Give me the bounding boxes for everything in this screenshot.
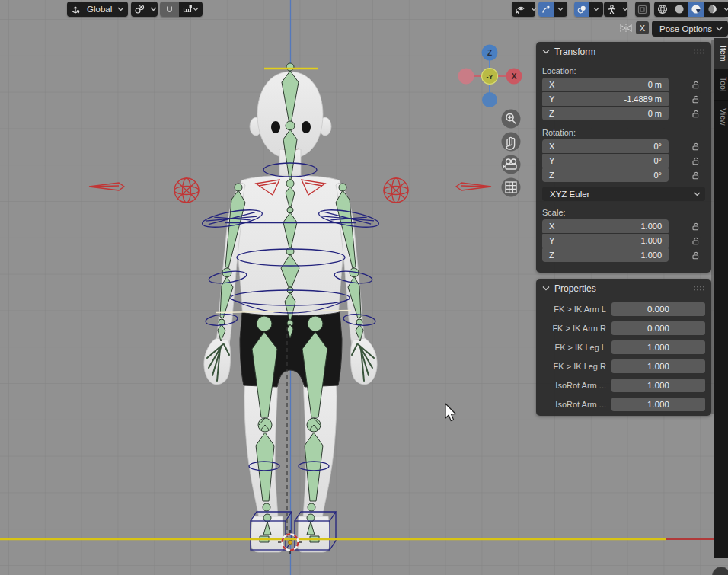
panel-grip-icon[interactable] xyxy=(693,285,705,292)
overlays-group xyxy=(574,2,603,17)
sidebar-tab-tool[interactable]: Tool xyxy=(714,69,728,100)
overlays-dropdown[interactable] xyxy=(589,2,603,17)
snap-target-dropdown[interactable] xyxy=(179,2,203,17)
property-row: FK > IK Leg L 1.000 xyxy=(542,340,705,354)
shading-solid-button[interactable] xyxy=(671,2,688,17)
property-value-slider[interactable]: 1.000 xyxy=(611,359,705,373)
gizmo-neg-y-label: -Y xyxy=(487,73,493,81)
axis-value: 0 m xyxy=(648,80,662,89)
axis-value: 1.000 xyxy=(640,222,662,231)
panel-collapse-icon xyxy=(542,286,550,291)
shading-dropdown[interactable] xyxy=(720,2,728,17)
scale-z-field[interactable]: Z 1.000 xyxy=(542,248,669,262)
rotation-x-lock[interactable] xyxy=(691,142,701,152)
property-row: FK > IK Leg R 1.000 xyxy=(542,359,705,373)
location-y-field[interactable]: Y -1.4889 m xyxy=(542,92,669,106)
chevron-down-icon xyxy=(557,7,564,11)
open-lock-icon xyxy=(691,94,701,104)
show-overlays-toggle[interactable] xyxy=(574,2,589,17)
property-label: FK > IK Leg L xyxy=(542,343,611,352)
property-value-slider[interactable]: 0.000 xyxy=(611,321,705,335)
xray-toggle[interactable] xyxy=(604,2,620,17)
open-lock-icon xyxy=(691,222,701,232)
property-value-slider[interactable]: 1.000 xyxy=(611,398,705,411)
location-z-lock[interactable] xyxy=(691,109,701,119)
property-value-slider[interactable]: 1.000 xyxy=(611,379,705,392)
scale-x-field[interactable]: X 1.000 xyxy=(542,219,669,233)
snap-group xyxy=(160,2,203,17)
shading-wireframe-button[interactable] xyxy=(654,2,671,17)
transform-orientation-dropdown[interactable]: Global xyxy=(67,2,128,17)
property-label: IsoRot Arm ... xyxy=(542,400,611,409)
shading-rendered-icon xyxy=(707,4,717,14)
scale-label: Scale: xyxy=(542,208,711,217)
open-lock-icon xyxy=(691,80,701,90)
location-y-lock[interactable] xyxy=(691,94,701,104)
panel-collapse-icon xyxy=(542,49,550,54)
pan-button[interactable] xyxy=(502,133,521,152)
location-label: Location: xyxy=(542,66,711,75)
rotation-z-field[interactable]: Z 0° xyxy=(542,168,669,182)
gizmos-dropdown[interactable] xyxy=(554,2,567,17)
property-value-slider[interactable]: 0.000 xyxy=(611,302,705,316)
rotation-z-lock[interactable] xyxy=(691,171,701,180)
pose-options-dropdown[interactable]: Pose Options xyxy=(652,21,728,37)
gizmos-icon xyxy=(541,5,551,14)
panel-grip-icon[interactable] xyxy=(693,48,705,55)
mirror-x-toggle[interactable] xyxy=(618,21,634,35)
camera-view-button[interactable] xyxy=(502,155,521,174)
location-x-lock[interactable] xyxy=(691,80,701,90)
mirror-x-axis-button[interactable]: X xyxy=(636,21,649,34)
axis-label: Y xyxy=(549,236,554,245)
pivot-point-icon xyxy=(131,2,148,17)
scale-z-lock[interactable] xyxy=(691,251,701,260)
toggle-ortho-button[interactable] xyxy=(502,178,521,197)
location-y-row: Y -1.4889 m xyxy=(542,92,701,106)
rotation-mode-value: XYZ Euler xyxy=(550,190,694,199)
gizmo-neg-z-ball[interactable] xyxy=(482,92,497,107)
sidebar-tab-view[interactable]: View xyxy=(714,101,728,134)
scale-fields: X 1.000 Y 1.000 Z 1.000 xyxy=(536,219,711,262)
scale-y-lock[interactable] xyxy=(691,236,701,246)
chevron-down-icon xyxy=(593,7,599,11)
rotation-mode-dropdown[interactable]: XYZ Euler xyxy=(542,187,705,201)
render-pass-button[interactable] xyxy=(635,2,650,17)
property-value-slider[interactable]: 1.000 xyxy=(611,340,705,354)
eye-left xyxy=(271,121,280,133)
location-x-field[interactable]: X 0 m xyxy=(542,78,669,91)
axis-value: -1.4889 m xyxy=(624,94,662,104)
gizmos-group xyxy=(538,2,567,17)
pivot-point-dropdown[interactable] xyxy=(131,2,158,17)
show-gizmos-toggle[interactable] xyxy=(538,2,554,17)
gizmo-neg-x-ball[interactable] xyxy=(458,69,474,85)
shading-rendered-button[interactable] xyxy=(704,2,720,17)
rotation-x-field[interactable]: X 0° xyxy=(542,139,669,153)
chevron-down-icon xyxy=(716,27,723,31)
property-label: FK > IK Arm L xyxy=(542,305,611,314)
rotation-fields: X 0° Y 0° Z 0° xyxy=(536,139,711,182)
sidebar-tab-item[interactable]: Item xyxy=(714,38,728,69)
chevron-down-icon xyxy=(620,7,631,11)
axis-label: Z xyxy=(549,251,554,260)
zoom-button[interactable] xyxy=(502,110,521,129)
axis-value: 0° xyxy=(653,171,662,180)
snap-toggle-button[interactable] xyxy=(160,2,179,17)
scale-y-field[interactable]: Y 1.000 xyxy=(542,234,669,248)
scale-x-lock[interactable] xyxy=(691,222,701,232)
transform-panel-header[interactable]: Transform xyxy=(536,42,711,61)
panel-title: Properties xyxy=(554,283,693,294)
shading-material-button[interactable] xyxy=(688,2,704,17)
properties-panel: Properties FK > IK Arm L 0.000 FK > IK A… xyxy=(536,279,711,416)
transform-panel: Transform Location: X 0 m Y -1.4889 m xyxy=(536,42,711,273)
open-lock-icon xyxy=(691,236,701,246)
mirror-x-label: X xyxy=(640,24,645,33)
rotation-y-field[interactable]: Y 0° xyxy=(542,154,669,168)
shading-material-icon xyxy=(691,4,701,14)
show-object-types-dropdown[interactable] xyxy=(512,2,535,17)
rotation-y-lock[interactable] xyxy=(691,156,701,166)
properties-panel-header[interactable]: Properties xyxy=(536,279,711,298)
rotation-z-row: Z 0° xyxy=(542,168,701,182)
axis-label: Z xyxy=(549,109,554,118)
open-lock-icon xyxy=(691,171,701,180)
location-z-field[interactable]: Z 0 m xyxy=(542,107,669,120)
